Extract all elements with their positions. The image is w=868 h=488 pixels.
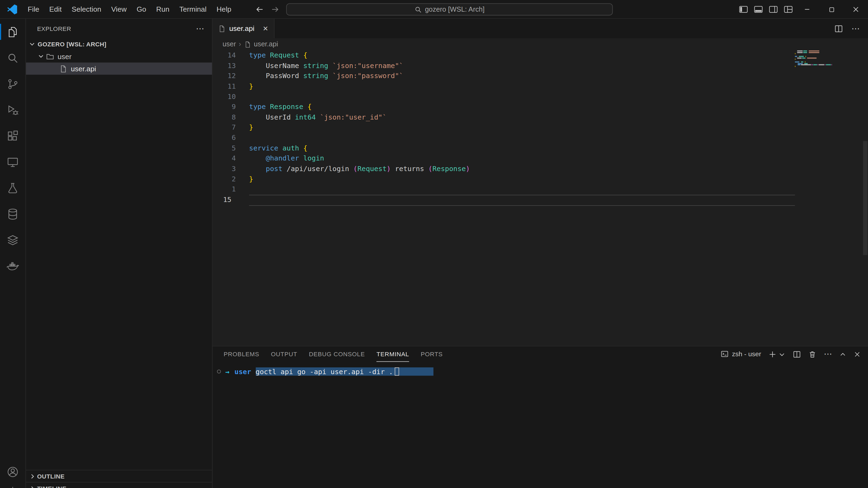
code-line[interactable]: 3 post /api/user/login (Request) returns…	[213, 164, 868, 174]
code-text: }	[237, 174, 253, 184]
sidebar-bottom-sections: OUTLINE TIMELINE	[26, 470, 212, 488]
menu-help[interactable]: Help	[212, 3, 236, 15]
code-line[interactable]: 15	[213, 195, 868, 205]
line-number: 4	[213, 154, 237, 164]
maximize-icon[interactable]	[819, 0, 844, 19]
menu-run[interactable]: Run	[151, 3, 174, 15]
activity-bar-item-testing[interactable]	[0, 175, 26, 201]
tab-close-icon[interactable]: ✕	[262, 25, 268, 33]
vscode-logo-icon	[7, 4, 18, 14]
toggle-secondary-sidebar-icon[interactable]	[769, 5, 778, 13]
code-editor[interactable]: 14type Request {13 UserName string `json…	[213, 51, 868, 346]
panel-tabs: PROBLEMSOUTPUTDEBUG CONSOLETERMINALPORTS	[223, 347, 454, 362]
code-text: type Response {	[237, 102, 311, 112]
remote-explorer-icon	[6, 155, 19, 168]
tree-item-folder-user[interactable]: user	[26, 51, 212, 63]
code-line[interactable]: 12 PassWord string `json:"password"`	[213, 71, 868, 82]
toggle-primary-sidebar-icon[interactable]	[739, 5, 748, 13]
line-number: 10	[213, 92, 237, 102]
search-text: gozero [WSL: Arch]	[425, 5, 485, 13]
code-line[interactable]: 2}	[213, 174, 868, 184]
toggle-panel-icon[interactable]	[754, 5, 763, 13]
tab-user-api[interactable]: user.api ✕	[213, 19, 275, 38]
explorer-more-actions-icon[interactable]: ⋯	[196, 24, 204, 34]
editor-more-actions-icon[interactable]: ⋯	[851, 24, 860, 34]
split-editor-icon[interactable]	[834, 24, 843, 33]
activity-bar-item-database[interactable]	[0, 201, 26, 227]
forward-icon[interactable]	[270, 4, 280, 14]
code-line[interactable]: 4 @handler login	[213, 154, 868, 164]
kill-terminal-trash-icon[interactable]	[808, 350, 817, 358]
shell-label: zsh - user	[732, 350, 762, 358]
sidebar-title: EXPLORER	[37, 25, 71, 32]
breadcrumb-item-file[interactable]: user.api	[254, 40, 278, 48]
source-control-icon	[6, 77, 19, 91]
terminal-cursor	[395, 367, 399, 376]
tree-root-gozero[interactable]: GOZERO [WSL: ARCH]	[26, 38, 212, 51]
editor-scrollbar[interactable]	[863, 141, 867, 255]
code-text	[237, 184, 249, 195]
terminal-icon	[721, 350, 729, 358]
new-terminal-icon[interactable]	[769, 350, 777, 358]
split-terminal-icon[interactable]	[793, 350, 801, 358]
section-outline[interactable]: OUTLINE	[26, 470, 212, 482]
code-line[interactable]: 7}	[213, 123, 868, 133]
panel-tab-terminal[interactable]: TERMINAL	[376, 347, 409, 362]
menu-file[interactable]: File	[23, 3, 44, 15]
activity-bar-item-layers[interactable]	[0, 227, 26, 253]
activity-bar-item-manage[interactable]	[0, 478, 26, 488]
code-text	[237, 92, 249, 102]
menu-selection[interactable]: Selection	[67, 3, 106, 15]
line-number: 8	[213, 112, 237, 123]
activity-bar-item-explorer[interactable]	[0, 19, 26, 45]
minimap[interactable]	[795, 51, 845, 69]
code-line[interactable]: 14type Request {	[213, 51, 868, 61]
menu-terminal[interactable]: Terminal	[175, 3, 212, 15]
line-number: 13	[213, 61, 237, 71]
file-icon	[59, 64, 67, 73]
tab-label: user.api	[229, 24, 254, 33]
panel-tab-problems[interactable]: PROBLEMS	[223, 347, 259, 362]
terminal-shell-item[interactable]: zsh - user	[721, 350, 761, 358]
code-line[interactable]: 10	[213, 92, 868, 102]
file-icon	[244, 41, 251, 48]
back-icon[interactable]	[255, 4, 265, 14]
code-line[interactable]: 13 UserName string `json:"username"`	[213, 61, 868, 71]
terminal-profile-chevron-down-icon[interactable]	[778, 351, 785, 358]
code-line[interactable]: 8 UserId int64 `json:"user_id"`	[213, 112, 868, 123]
chevron-down-icon	[37, 52, 45, 61]
close-window-icon[interactable]	[844, 0, 868, 19]
line-number: 3	[213, 164, 237, 174]
panel-tab-ports[interactable]: PORTS	[421, 347, 443, 362]
tree-item-file-user-api[interactable]: user.api	[26, 63, 212, 75]
terminal-content[interactable]: → user goctl api go -api user.api -dir .	[213, 362, 868, 377]
maximize-panel-chevron-up-icon[interactable]	[839, 351, 846, 358]
code-line[interactable]: 5service auth {	[213, 143, 868, 154]
menu-go[interactable]: Go	[131, 3, 151, 15]
command-decoration-circle-icon[interactable]	[217, 369, 221, 373]
code-line[interactable]: 1	[213, 184, 868, 195]
vscode-window: FileEditSelectionViewGoRunTerminalHelp g…	[0, 0, 868, 488]
minimize-icon[interactable]	[795, 0, 819, 19]
close-panel-icon[interactable]	[854, 351, 861, 358]
code-line[interactable]: 6	[213, 133, 868, 143]
gear-icon	[6, 485, 19, 488]
activity-bar-item-remote-explorer[interactable]	[0, 149, 26, 175]
panel-tab-output[interactable]: OUTPUT	[271, 347, 297, 362]
command-center-search[interactable]: gozero [WSL: Arch]	[286, 3, 613, 15]
activity-bar-item-docker[interactable]	[0, 253, 26, 279]
customize-layout-icon[interactable]	[784, 5, 793, 13]
section-timeline[interactable]: TIMELINE	[26, 482, 212, 488]
menu-edit[interactable]: Edit	[44, 3, 66, 15]
code-line[interactable]: 11}	[213, 82, 868, 92]
panel-more-actions-icon[interactable]: ⋯	[824, 349, 832, 359]
panel-tab-debug-console[interactable]: DEBUG CONSOLE	[309, 347, 365, 362]
menu-view[interactable]: View	[106, 3, 132, 15]
new-terminal-controls	[769, 350, 785, 358]
activity-bar-item-source-control[interactable]	[0, 71, 26, 97]
activity-bar-item-extensions[interactable]	[0, 123, 26, 149]
activity-bar-item-run-and-debug[interactable]	[0, 97, 26, 123]
activity-bar-item-search[interactable]	[0, 45, 26, 71]
code-line[interactable]: 9type Response {	[213, 102, 868, 112]
breadcrumb-item-folder[interactable]: user	[222, 40, 236, 48]
